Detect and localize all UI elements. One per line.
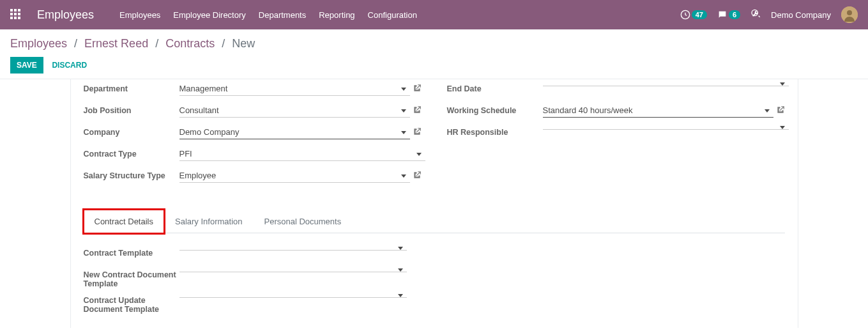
tab-contract-details[interactable]: Contract Details (84, 210, 164, 233)
field-label: HR Responsible (447, 125, 543, 137)
field-label: New Contract Document Template (84, 268, 179, 288)
tab-salary-information[interactable]: Salary Information (164, 210, 254, 233)
field-label: Contract Update Document Template (84, 293, 179, 314)
field-label: Department (84, 82, 179, 93)
breadcrumb: Employees / Ernest Reed / Contracts / Ne… (10, 37, 858, 50)
field-label: Contract Type (84, 147, 179, 159)
discard-button[interactable]: DISCARD (52, 61, 87, 70)
field-label: End Date (447, 82, 543, 93)
main-menu: Employees Employee Directory Departments… (119, 10, 417, 20)
external-link-icon[interactable] (413, 127, 422, 138)
svg-point-3 (847, 10, 852, 15)
tab-personal-documents[interactable]: Personal Documents (253, 210, 352, 233)
field-input[interactable]: PFI (179, 147, 425, 161)
field-detail-2: Contract Update Document Template (84, 293, 403, 314)
tab-contract-details-panel: Contract TemplateNew Contract Document T… (84, 233, 785, 328)
activity-icon[interactable]: 47 (680, 10, 707, 20)
external-link-icon[interactable] (413, 105, 422, 116)
breadcrumb-contracts[interactable]: Contracts (165, 37, 215, 50)
field-input[interactable] (543, 82, 789, 86)
field-input[interactable] (179, 268, 407, 272)
field-input[interactable] (543, 125, 789, 130)
breadcrumb-employees[interactable]: Employees (10, 37, 67, 50)
menu-configuration[interactable]: Configuration (368, 10, 417, 20)
field-right-2: HR Responsible (447, 125, 785, 142)
field-input[interactable] (179, 293, 407, 298)
field-right-0: End Date (447, 82, 785, 98)
field-input[interactable]: Consultant (179, 104, 410, 118)
message-badge: 6 (729, 10, 740, 19)
field-detail-1: New Contract Document Template (84, 268, 403, 288)
field-left-3: Contract TypePFI (84, 147, 422, 164)
field-label: Contract Template (84, 246, 179, 258)
field-left-2: CompanyDemo Company (84, 125, 422, 142)
apps-icon[interactable] (10, 9, 22, 20)
field-input[interactable]: Standard 40 hours/week (543, 104, 773, 118)
field-left-1: Job PositionConsultant (84, 104, 422, 120)
brand: Employees (37, 8, 94, 22)
debug-icon[interactable] (750, 9, 761, 21)
menu-departments[interactable]: Departments (259, 10, 306, 20)
field-detail-0: Contract Template (84, 246, 403, 263)
external-link-icon[interactable] (413, 171, 422, 182)
control-bar: Employees / Ernest Reed / Contracts / Ne… (0, 29, 868, 79)
menu-employee-directory[interactable]: Employee Directory (173, 10, 245, 20)
menu-reporting[interactable]: Reporting (319, 10, 354, 20)
field-label: Company (84, 125, 179, 137)
menu-employees[interactable]: Employees (119, 10, 160, 20)
field-right-1: Working ScheduleStandard 40 hours/week (447, 104, 785, 120)
field-input[interactable]: Management (179, 82, 410, 96)
field-input[interactable] (179, 246, 407, 251)
avatar[interactable] (841, 6, 858, 23)
activity-badge: 47 (692, 10, 707, 19)
field-label: Working Schedule (447, 104, 543, 115)
navbar: Employees Employees Employee Directory D… (0, 0, 868, 29)
external-link-icon[interactable] (776, 105, 785, 116)
messaging-icon[interactable]: 6 (717, 10, 740, 20)
company-switcher[interactable]: Demo Company (771, 10, 831, 20)
field-input[interactable]: Demo Company (179, 125, 410, 139)
field-left-4: Salary Structure TypeEmployee (84, 169, 422, 185)
form-sheet: DepartmentManagementJob PositionConsulta… (70, 79, 798, 328)
external-link-icon[interactable] (413, 84, 422, 95)
field-label: Salary Structure Type (84, 169, 179, 180)
field-label: Job Position (84, 104, 179, 115)
breadcrumb-ernest-reed[interactable]: Ernest Reed (84, 37, 148, 50)
field-input[interactable]: Employee (179, 169, 410, 183)
save-button[interactable]: SAVE (10, 57, 43, 74)
tabs: Contract DetailsSalary InformationPerson… (84, 210, 785, 233)
field-left-0: DepartmentManagement (84, 82, 422, 98)
breadcrumb-current: New (232, 37, 255, 50)
